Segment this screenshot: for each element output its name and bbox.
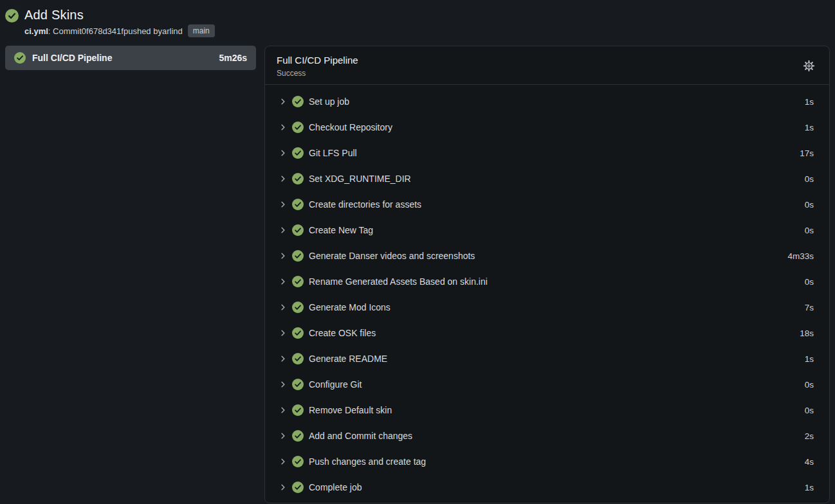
run-subtitle: ci.yml: Commit 0f678d341f pushed by arli… [24,24,215,37]
step-success-icon [292,224,304,236]
steps-list: Set up job 1s Checko [265,85,829,503]
step-success-icon [292,456,304,467]
step-success-icon [292,430,304,442]
step-name: Checkout Repository [309,122,392,132]
step-row[interactable]: Checkout Repository 1s [265,114,829,140]
step-row[interactable]: Add and Commit changes 2s [265,423,829,449]
jobs-sidebar: Full CI/CD Pipeline 5m26s [5,46,256,70]
step-row[interactable]: Remove Default skin 0s [265,397,829,423]
step-name: Generate README [309,354,387,364]
step-row[interactable]: Push changes and create tag 4s [265,449,829,474]
step-row[interactable]: Create OSK files 18s [265,320,829,346]
step-row[interactable]: Set XDG_RUNTIME_DIR 0s [265,166,829,192]
workflow-file: ci.yml [24,26,48,36]
step-name: Complete job [309,482,362,492]
chevron-right-icon[interactable] [279,226,287,234]
job-name: Full CI/CD Pipeline [32,53,112,63]
job-duration: 5m26s [219,53,247,63]
step-row[interactable]: Rename Generated Assets Based on skin.in… [265,269,829,294]
run-success-icon [5,9,19,22]
step-row[interactable]: Set up job 1s [265,89,829,114]
step-success-icon [292,379,304,390]
job-settings-button[interactable] [800,57,818,75]
chevron-right-icon[interactable] [279,201,287,208]
job-panel-header: Full CI/CD Pipeline Success [265,46,829,85]
step-row[interactable]: Configure Git 0s [265,372,829,397]
step-row[interactable]: Create directories for assets 0s [265,192,829,217]
step-duration: 1s [805,123,814,132]
job-panel-title: Full CI/CD Pipeline [277,54,358,67]
step-name: Generate Mod Icons [309,302,390,312]
step-success-icon [292,147,304,159]
step-success-icon [292,302,304,313]
step-name: Rename Generated Assets Based on skin.in… [309,276,488,287]
step-row[interactable]: Complete job 1s [265,474,829,500]
step-duration: 4s [805,457,814,467]
run-title: Add Skins [24,6,215,23]
step-duration: 1s [805,483,814,492]
chevron-right-icon[interactable] [279,252,287,260]
chevron-right-icon[interactable] [279,406,287,414]
step-success-icon [292,250,304,262]
step-name: Create directories for assets [309,199,421,210]
step-success-icon [292,327,304,339]
step-name: Remove Default skin [309,405,392,415]
step-name: Set XDG_RUNTIME_DIR [309,174,411,184]
step-duration: 17s [800,148,814,158]
chevron-right-icon[interactable] [279,175,287,183]
run-header-text: Add Skins ci.yml: Commit 0f678d341f push… [24,6,215,37]
step-duration: 2s [805,431,814,441]
chevron-right-icon[interactable] [279,149,287,157]
step-name: Set up job [309,96,349,107]
commit-sha-link[interactable]: 0f678d341f [82,26,124,36]
step-duration: 0s [805,174,814,184]
step-success-icon [292,482,304,493]
chevron-right-icon[interactable] [279,278,287,285]
step-success-icon [292,353,304,364]
step-duration: 0s [805,200,814,210]
job-detail-column: Full CI/CD Pipeline Success [264,46,830,503]
step-duration: 7s [805,303,814,312]
step-name: Git LFS Pull [309,148,357,158]
step-duration: 0s [805,380,814,390]
step-row[interactable]: Generate Mod Icons 7s [265,294,829,320]
step-duration: 18s [800,328,814,338]
step-name: Add and Commit changes [309,431,412,441]
step-name: Create OSK files [309,328,376,338]
step-duration: 4m33s [787,251,814,261]
step-success-icon [292,96,304,107]
step-success-icon [292,276,304,287]
chevron-right-icon[interactable] [279,432,287,440]
job-list-item[interactable]: Full CI/CD Pipeline 5m26s [5,46,256,70]
author-link[interactable]: arlind [162,26,183,36]
chevron-right-icon[interactable] [279,98,287,105]
step-name: Create New Tag [309,225,373,235]
step-duration: 0s [805,277,814,287]
chevron-right-icon[interactable] [279,303,287,311]
step-name: Configure Git [309,379,362,390]
step-success-icon [292,173,304,184]
step-name: Generate Danser videos and screenshots [309,251,475,261]
step-name: Push changes and create tag [309,456,426,467]
subtitle-text: : Commit [48,26,82,36]
chevron-right-icon[interactable] [279,458,287,465]
chevron-right-icon[interactable] [279,483,287,491]
step-row[interactable]: Generate README 1s [265,346,829,372]
step-row[interactable]: Create New Tag 0s [265,217,829,243]
step-duration: 0s [805,226,814,235]
run-header: Add Skins ci.yml: Commit 0f678d341f push… [5,5,830,37]
step-duration: 0s [805,406,814,415]
step-duration: 1s [805,354,814,364]
chevron-right-icon[interactable] [279,355,287,363]
step-success-icon [292,122,304,133]
chevron-right-icon[interactable] [279,329,287,337]
chevron-right-icon[interactable] [279,381,287,388]
step-success-icon [292,404,304,416]
job-panel-titles: Full CI/CD Pipeline Success [277,54,358,78]
chevron-right-icon[interactable] [279,123,287,131]
branch-badge[interactable]: main [188,24,215,37]
step-row[interactable]: Generate Danser videos and screenshots 4… [265,243,829,269]
step-row[interactable]: Git LFS Pull 17s [265,140,829,166]
job-status-label: Success [277,69,358,78]
step-duration: 1s [805,97,814,107]
